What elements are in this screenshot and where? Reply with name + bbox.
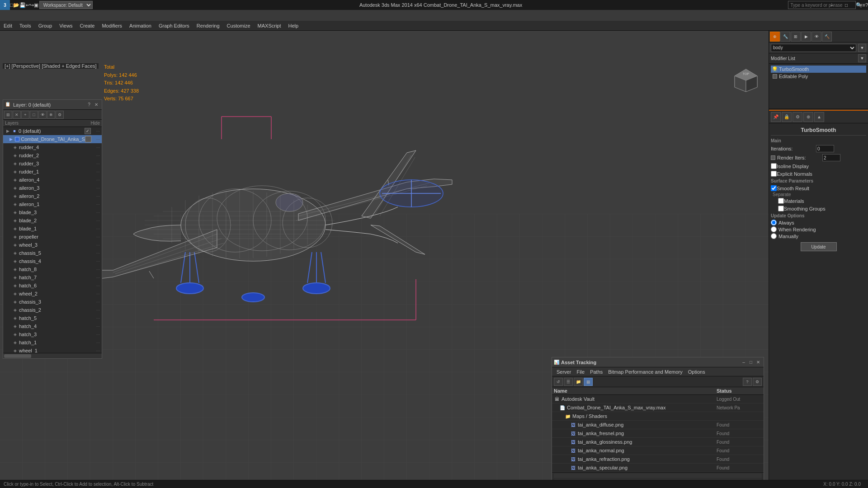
layer-item-0-default[interactable]: ▶ ■ 0 (default) ✓ ···: [3, 127, 102, 135]
ap-table-btn[interactable]: ▦: [584, 378, 593, 386]
ap-menu-paths[interactable]: Paths: [587, 369, 605, 375]
list-item[interactable]: ◈blade_1···: [3, 225, 102, 233]
ts-render-iters-input[interactable]: [822, 154, 840, 161]
new-file-btn[interactable]: □: [10, 2, 13, 8]
ap-menu-options[interactable]: Options: [685, 369, 708, 375]
menu-maxscript[interactable]: MAXScript: [254, 21, 285, 31]
menu-create[interactable]: Create: [76, 21, 98, 31]
list-item[interactable]: ◈aileron_3···: [3, 184, 102, 192]
open-file-btn[interactable]: 📂: [13, 2, 19, 8]
list-item[interactable]: ◈hatch_1···: [3, 338, 102, 347]
ap-refresh-btn[interactable]: ↺: [554, 378, 563, 386]
list-item[interactable]: ◈chassis_2···: [3, 306, 102, 314]
ap-help-btn[interactable]: ?: [743, 378, 752, 386]
layer-select-btn[interactable]: □: [30, 111, 38, 119]
menu-tools[interactable]: Tools: [16, 21, 35, 31]
ts-explicit-check[interactable]: [771, 171, 777, 177]
maximize-btn[interactable]: □: [839, 0, 854, 10]
list-item[interactable]: ◈hatch_3···: [3, 330, 102, 338]
list-item[interactable]: ◈rudder_1···: [3, 168, 102, 176]
ts-iterations-input[interactable]: [816, 145, 834, 152]
layers-close-btn[interactable]: ✕: [93, 101, 100, 108]
layer-hide-btn[interactable]: 👁: [38, 111, 47, 119]
asset-scrollbar[interactable]: [554, 474, 762, 478]
display-tab[interactable]: 👁: [811, 32, 821, 42]
list-item[interactable]: ◈wheel_2···: [3, 290, 102, 298]
asset-row-file[interactable]: 📄 Combat_Drone_TAI_Anka_S_max_vray.max N…: [552, 404, 764, 412]
menu-edit[interactable]: Edit: [0, 21, 16, 31]
list-item[interactable]: ◈blade_3···: [3, 208, 102, 216]
asset-row-vault[interactable]: 🏛 Autodesk Vault Logged Out: [552, 395, 764, 404]
render-iters-check[interactable]: [771, 155, 775, 160]
scene-name-select[interactable]: body: [771, 44, 856, 52]
asset-row-fresnel[interactable]: 🖼 tai_anka_fresnel.png Found: [552, 429, 764, 438]
asset-close-btn[interactable]: ✕: [755, 359, 762, 366]
menu-help[interactable]: Help: [285, 21, 302, 31]
list-item[interactable]: ◈wheel_1···: [3, 347, 102, 353]
perspective-cube[interactable]: TOP: [732, 67, 760, 94]
menu-graph-editors[interactable]: Graph Editors: [155, 21, 193, 31]
menu-views[interactable]: Views: [56, 21, 76, 31]
ts-when-rendering-radio[interactable]: [771, 226, 777, 232]
ts-always-radio[interactable]: [771, 220, 777, 225]
list-item[interactable]: ◈rudder_4···: [3, 143, 102, 151]
menu-modifiers[interactable]: Modifiers: [98, 21, 126, 31]
config-btn[interactable]: ⚙: [793, 112, 802, 122]
layer-checkbox[interactable]: [85, 136, 91, 142]
list-item[interactable]: ◈chassis_3···: [3, 298, 102, 306]
layer-freeze-btn[interactable]: ❄: [47, 111, 55, 119]
ap-menu-file[interactable]: File: [574, 369, 587, 375]
scrollbar-thumb[interactable]: [4, 354, 31, 358]
layers-scrollbar[interactable]: [3, 353, 102, 358]
list-item[interactable]: ◈wheel_3···: [3, 241, 102, 249]
layer-visible-check[interactable]: ✓: [85, 128, 91, 134]
ts-update-btn[interactable]: Update: [801, 242, 837, 251]
create-tab[interactable]: ⊕: [770, 32, 780, 42]
asset-minimize-btn[interactable]: –: [740, 359, 747, 366]
insert-btn[interactable]: ⊕: [803, 112, 813, 122]
ap-list-btn[interactable]: ☰: [564, 378, 573, 386]
modifier-turbosmooth[interactable]: 💡 TurboSmooth: [771, 66, 866, 73]
lock-btn[interactable]: 🔒: [782, 112, 792, 122]
layer-delete-btn[interactable]: ✕: [13, 111, 21, 119]
layer-add-obj-btn[interactable]: +: [21, 111, 29, 119]
ap-path-btn[interactable]: 📁: [574, 378, 583, 386]
modify-tab[interactable]: 🔧: [780, 32, 790, 42]
asset-row-glossiness[interactable]: 🖼 tai_anka_glossiness.png Found: [552, 438, 764, 446]
redo-btn[interactable]: ↪: [30, 2, 34, 8]
move-up-btn[interactable]: ▲: [814, 112, 824, 122]
ts-materials-check[interactable]: [778, 198, 784, 204]
ts-smoothing-check[interactable]: [778, 206, 784, 211]
list-item[interactable]: ◈chassis_5···: [3, 249, 102, 257]
list-item[interactable]: ◈hatch_4···: [3, 322, 102, 330]
list-item[interactable]: ◈hatch_7···: [3, 273, 102, 282]
layers-list[interactable]: ▶ ■ 0 (default) ✓ ··· ▶ Combat_Drone_TAI…: [3, 127, 102, 353]
ts-smooth-check[interactable]: [771, 185, 777, 191]
list-item[interactable]: ◈hatch_5···: [3, 314, 102, 322]
layer-settings-btn[interactable]: ⚙: [56, 111, 64, 119]
menu-group[interactable]: Group: [35, 21, 56, 31]
list-item[interactable]: ◈chassis_4···: [3, 257, 102, 265]
ap-menu-server[interactable]: Server: [554, 369, 574, 375]
layer-item-drone[interactable]: ▶ Combat_Drone_TAI_Anka_S ···: [3, 135, 102, 143]
list-item[interactable]: ◈aileron_1···: [3, 200, 102, 208]
modifier-editable-poly[interactable]: Editable Poly: [771, 73, 866, 80]
save-file-btn[interactable]: 💾: [19, 2, 26, 8]
asset-maximize-btn[interactable]: □: [747, 359, 755, 366]
minimize-btn[interactable]: –: [825, 0, 839, 10]
asset-row-normal[interactable]: 🖼 tai_anka_normal.png Found: [552, 446, 764, 455]
hierarchy-tab[interactable]: ⊞: [791, 32, 801, 42]
modifier-list-btn[interactable]: ▼: [858, 54, 866, 62]
utilities-tab[interactable]: 🔨: [822, 32, 832, 42]
list-item[interactable]: ◈hatch_8···: [3, 265, 102, 273]
layer-new-btn[interactable]: ⊞: [4, 111, 12, 119]
render-setup-btn[interactable]: ▣: [34, 2, 38, 8]
asset-row-maps[interactable]: 📁 Maps / Shaders: [552, 412, 764, 421]
list-item[interactable]: ◈aileron_2···: [3, 192, 102, 200]
scene-name-dropdown[interactable]: ▼: [858, 44, 866, 52]
menu-customize[interactable]: Customize: [223, 21, 254, 31]
list-item[interactable]: ◈rudder_3···: [3, 160, 102, 168]
ts-isoline-check[interactable]: [771, 163, 777, 169]
workspace-selector[interactable]: Workspace: Default: [39, 1, 93, 9]
list-item[interactable]: ◈hatch_6···: [3, 282, 102, 290]
